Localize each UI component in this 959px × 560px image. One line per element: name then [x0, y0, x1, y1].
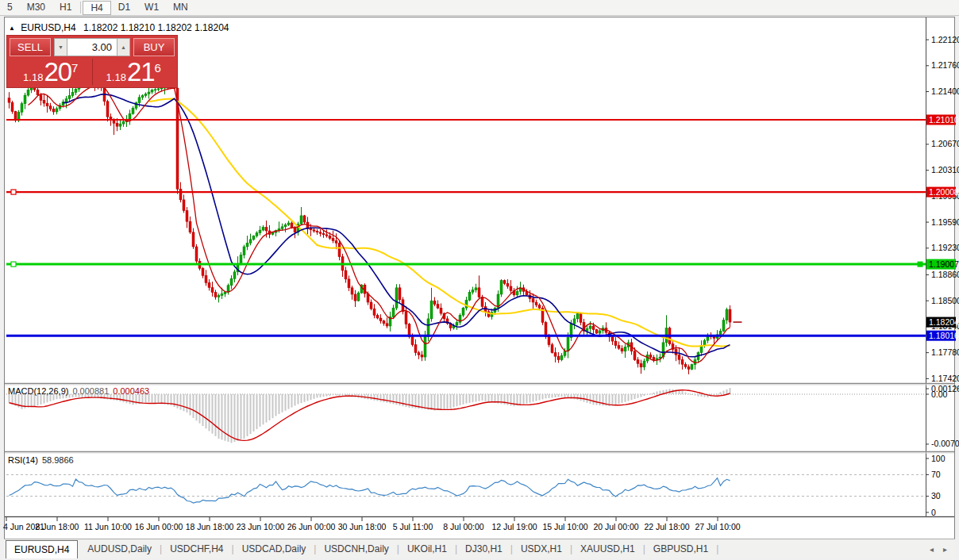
- chart-symbol-label: EURUSD,H4: [21, 22, 75, 33]
- price-tick-label: 1.21760: [931, 60, 959, 70]
- ask-price-main: 21: [127, 59, 155, 85]
- date-label: 26 Jun 00:00: [287, 522, 336, 531]
- bid-price: 1.18 20 7: [10, 59, 92, 85]
- tab-separator: |: [716, 539, 718, 558]
- tab-dj30-h1[interactable]: DJ30,H1: [457, 539, 510, 558]
- tab-audusd-daily[interactable]: AUDUSD,Daily: [79, 539, 160, 558]
- price-level-label: 1.18204: [929, 317, 959, 327]
- macd-value: 0.000881: [72, 386, 109, 396]
- collapse-icon[interactable]: ▲: [9, 25, 15, 32]
- price-tick-label: 1.17780: [931, 347, 959, 357]
- timeframe-button-mn[interactable]: MN: [166, 1, 195, 14]
- tab-usdx-h1[interactable]: USDX,H1: [513, 539, 570, 558]
- timeframe-button-w1[interactable]: W1: [137, 1, 166, 14]
- volume-increase-icon[interactable]: ▲: [117, 38, 130, 56]
- price-tick-label: 1.21400: [931, 86, 959, 96]
- bid-price-prefix: 1.18: [23, 72, 43, 82]
- price-tick-label: 1.18500: [931, 296, 959, 305]
- date-label: 16 Jun 00:00: [135, 522, 183, 531]
- date-label: 18 Jun 18:00: [186, 522, 234, 531]
- price-tick-label: 1.17420: [931, 374, 959, 383]
- ask-price: 1.18 21 6: [92, 59, 175, 85]
- price-tick-label: 1.18860: [931, 270, 959, 279]
- date-label: 15 Jul 10:00: [542, 522, 587, 531]
- tab-eurusd-h4[interactable]: EURUSD,H4: [6, 540, 78, 558]
- tab-usdcnh-daily[interactable]: USDCNH,Daily: [316, 539, 396, 558]
- tab-ukoil-h1[interactable]: UKOil,H1: [399, 539, 455, 558]
- date-label: 22 Jul 18:00: [644, 522, 689, 531]
- chart-ohlc-values: 1.18202 1.18210 1.18202 1.18204: [83, 22, 229, 33]
- timeframe-button-5[interactable]: 5: [0, 1, 20, 14]
- rsi-axis-label: 100: [931, 454, 946, 463]
- rsi-value: 58.9866: [42, 455, 74, 465]
- ask-price-pip: 6: [155, 62, 161, 74]
- volume-spinner: ▼ 3.00 ▲: [54, 38, 130, 56]
- rsi-label: RSI(14)58.9866: [8, 455, 74, 465]
- date-label: 5 Jul 11:00: [393, 522, 433, 531]
- macd-label: MACD(12,26,9)0.0008810.000463: [8, 386, 149, 396]
- tab-scroll-left-icon[interactable]: ◂: [930, 545, 934, 554]
- rsi-axis-label: 70: [931, 470, 941, 479]
- date-label: 27 Jul 10:00: [695, 522, 740, 531]
- date-label: 8 Jul 00:00: [443, 522, 484, 531]
- bid-price-pip: 7: [71, 62, 78, 74]
- price-level-label: 1.18016: [929, 331, 959, 340]
- rsi-axis-label: 30: [931, 491, 941, 501]
- tab-scroll-right-icon[interactable]: ▸: [943, 545, 947, 554]
- macd-name: MACD(12,26,9): [8, 386, 68, 396]
- rsi-axis-label: 0: [931, 508, 936, 517]
- price-level-label: 1.20008: [929, 187, 959, 197]
- price-level-label: 1.19007: [929, 259, 959, 269]
- tab-usdchf-h4[interactable]: USDCHF,H4: [162, 539, 231, 558]
- volume-input[interactable]: 3.00: [67, 38, 117, 56]
- price-level-label: 1.21010: [929, 115, 959, 125]
- buy-button[interactable]: BUY: [133, 38, 175, 56]
- symbol-tab-bar: EURUSD,H4AUDUSD,Daily|USDCHF,H4|USDCAD,D…: [4, 539, 955, 558]
- timeframe-button-m30[interactable]: M30: [20, 1, 52, 14]
- timeframe-button-d1[interactable]: D1: [111, 1, 137, 14]
- date-label: 12 Jul 19:00: [491, 522, 537, 531]
- price-tick-label: 1.19230: [931, 243, 959, 252]
- price-tick-label: 1.20670: [931, 139, 959, 148]
- date-label: 30 Jun 18:00: [338, 522, 387, 531]
- volume-decrease-icon[interactable]: ▼: [54, 38, 67, 56]
- macd-axis-label: -0.00707: [931, 439, 959, 448]
- ask-price-prefix: 1.18: [106, 72, 126, 82]
- price-tick-label: 1.20310: [931, 165, 959, 175]
- price-tick-label: 1.22120: [931, 35, 959, 44]
- macd-signal-value: 0.000463: [113, 386, 149, 396]
- bid-price-main: 20: [44, 59, 71, 85]
- timeframe-toolbar: 5M30H1H4D1W1MN: [0, 0, 959, 16]
- date-label: 20 Jul 00:00: [593, 522, 638, 531]
- chart-title: ▲ EURUSD,H4 1.18202 1.18210 1.18202 1.18…: [9, 22, 229, 33]
- tab-usdcad-daily[interactable]: USDCAD,Daily: [234, 539, 314, 558]
- tab-xauusd-h1[interactable]: XAUUSD,H1: [572, 539, 643, 558]
- price-tick-label: 1.19590: [931, 217, 959, 227]
- timeframe-button-h4[interactable]: H4: [83, 1, 110, 15]
- tab-gbpusd-h1[interactable]: GBPUSD,H1: [645, 539, 716, 558]
- macd-axis-label: 0.00: [931, 389, 948, 399]
- date-label: 8 Jun 18:00: [36, 522, 79, 531]
- date-label: 11 Jun 10:00: [84, 522, 132, 531]
- toolbar-separator: [80, 2, 81, 13]
- rsi-name: RSI(14): [8, 455, 38, 465]
- date-label: 23 Jun 10:00: [237, 522, 285, 531]
- one-click-trade-panel: SELL ▼ 3.00 ▲ BUY 1.18 20 7 1.18 21 6: [6, 35, 178, 88]
- tab-scroll-nav: ◂▸: [930, 539, 955, 558]
- trading-terminal: 5M30H1H4D1W1MN 1.221201.217601.214001.20…: [0, 0, 959, 560]
- timeframe-button-h1[interactable]: H1: [52, 1, 79, 14]
- sell-button[interactable]: SELL: [10, 38, 51, 56]
